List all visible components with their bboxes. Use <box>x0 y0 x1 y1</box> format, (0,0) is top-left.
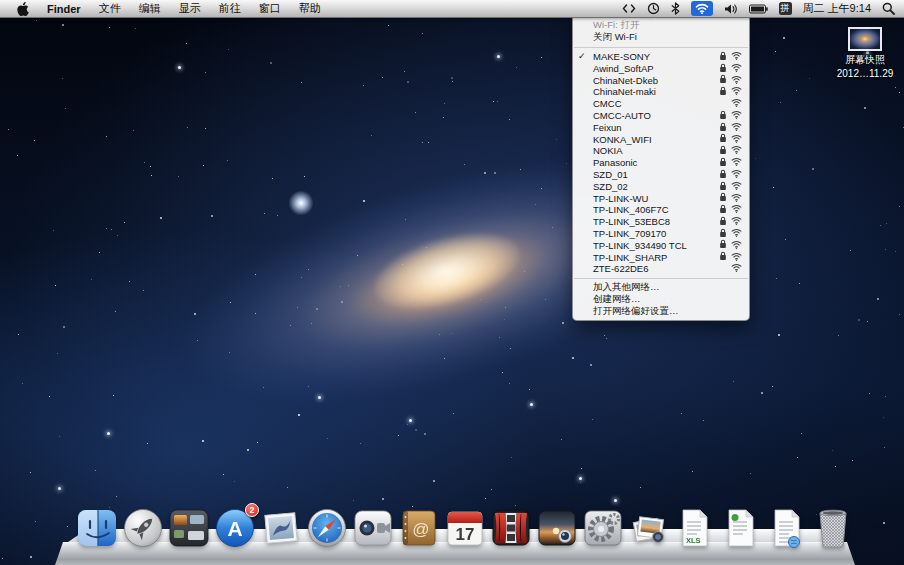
wifi-menu-action[interactable]: 打开网络偏好设置… <box>573 305 749 317</box>
signal-icon <box>731 252 742 263</box>
checkmark-icon: ✓ <box>578 52 586 61</box>
menu-bar-right: 拼 周二 上午9:14 <box>622 0 904 17</box>
dock-item-safari[interactable] <box>306 507 348 549</box>
input-method-icon[interactable]: 拼 <box>779 2 792 15</box>
app-menu-finder[interactable]: Finder <box>38 0 90 17</box>
wifi-network-item[interactable]: ✓MAKE-SONY <box>573 51 749 63</box>
dock-item-green-doc-stack[interactable] <box>720 507 762 549</box>
lock-icon <box>719 157 727 169</box>
menu-显示[interactable]: 显示 <box>170 0 210 17</box>
lock-icon <box>719 110 727 122</box>
signal-icon <box>731 98 742 109</box>
dock-item-facetime[interactable] <box>352 507 394 549</box>
menu-编辑[interactable]: 编辑 <box>130 0 170 17</box>
menu-帮助[interactable]: 帮助 <box>290 0 330 17</box>
wifi-network-item[interactable]: ChinaNet-Dkeb <box>573 74 749 86</box>
menu-文件[interactable]: 文件 <box>90 0 130 17</box>
wifi-menu-action[interactable]: 加入其他网络… <box>573 282 749 294</box>
signal-icon <box>731 169 742 180</box>
volume-icon[interactable] <box>724 3 738 15</box>
bluetooth-icon[interactable] <box>671 2 680 15</box>
wifi-turn-off-item[interactable]: 关闭 Wi-Fi <box>573 32 749 44</box>
photo-booth-icon <box>490 507 532 549</box>
wifi-icon[interactable] <box>691 1 713 16</box>
file-label-line1: 屏幕快照 <box>826 54 904 65</box>
launchpad-icon <box>122 507 164 549</box>
address-book-icon: @ <box>398 507 440 549</box>
apple-menu[interactable] <box>8 0 38 17</box>
wifi-network-item[interactable]: ChinaNet-maki <box>573 86 749 98</box>
wifi-network-item[interactable]: CMCC-AUTO <box>573 110 749 122</box>
dock-item-finder[interactable] <box>76 507 118 549</box>
lock-icon <box>719 63 727 75</box>
xls-stack-icon: XLS <box>674 507 716 549</box>
signal-icon <box>731 122 742 133</box>
signal-icon <box>731 86 742 97</box>
wifi-network-item[interactable]: TP-LINK-WU <box>573 192 749 204</box>
wifi-network-item[interactable]: ZTE-622DE6 <box>573 263 749 275</box>
safari-icon <box>306 507 348 549</box>
wifi-network-item[interactable]: SZD_01 <box>573 169 749 181</box>
wifi-network-item[interactable]: TP-LINK_53EBC8 <box>573 216 749 228</box>
signal-icon <box>731 63 742 74</box>
dock-item-text-doc-stack[interactable] <box>766 507 808 549</box>
wifi-network-item[interactable]: CMCC <box>573 98 749 110</box>
dock-item-system-preferences[interactable] <box>582 507 624 549</box>
network-name: TP-LINK-WU <box>593 193 648 204</box>
svg-text:@: @ <box>412 520 429 539</box>
dock-item-xls-stack[interactable]: XLS <box>674 507 716 549</box>
wifi-network-item[interactable]: Feixun <box>573 121 749 133</box>
menu-bar-clock[interactable]: 周二 上午9:14 <box>803 1 871 16</box>
wifi-network-item[interactable]: NOKIA <box>573 145 749 157</box>
menu-前往[interactable]: 前往 <box>210 0 250 17</box>
wifi-network-item[interactable]: TP-LINK_SHARP <box>573 251 749 263</box>
network-name: NOKIA <box>593 145 623 156</box>
switch-arrows-icon[interactable] <box>622 3 636 14</box>
time-machine-icon[interactable] <box>647 2 660 15</box>
text-doc-stack-icon <box>766 507 808 549</box>
desktop-file-screenshot[interactable]: 屏幕快照 2012…11.29 <box>826 27 904 79</box>
dock-item-app-store[interactable]: A2 <box>214 507 256 549</box>
menu-窗口[interactable]: 窗口 <box>250 0 290 17</box>
dock-item-address-book[interactable]: @ <box>398 507 440 549</box>
wifi-network-item[interactable]: TP-LINK_709170 <box>573 228 749 240</box>
wifi-network-item[interactable]: SZD_02 <box>573 180 749 192</box>
desktop: { "menu_bar": { "app_name": "Finder", "m… <box>0 0 904 565</box>
lock-icon <box>719 228 727 240</box>
signal-icon <box>731 193 742 204</box>
dock-item-ical[interactable]: 17 <box>444 507 486 549</box>
dock-item-photo-booth[interactable] <box>490 507 532 549</box>
dock-item-iphoto[interactable] <box>536 507 578 549</box>
spotlight-icon[interactable] <box>882 2 895 15</box>
notification-badge: 2 <box>245 503 259 517</box>
signal-icon <box>731 145 742 156</box>
wifi-network-item[interactable]: TP-LINK_406F7C <box>573 204 749 216</box>
dock-item-photos-stack[interactable] <box>628 507 670 549</box>
wifi-network-item[interactable]: Awind_SoftAP <box>573 62 749 74</box>
signal-icon <box>731 216 742 227</box>
network-name: Awind_SoftAP <box>593 63 654 74</box>
facetime-icon <box>352 507 394 549</box>
dock-item-mail[interactable] <box>260 507 302 549</box>
wifi-menu-action[interactable]: 创建网络… <box>573 294 749 306</box>
wifi-network-item[interactable]: KONKA_WIFI <box>573 133 749 145</box>
network-name: ChinaNet-maki <box>593 86 656 97</box>
signal-icon <box>731 263 742 274</box>
wifi-network-item[interactable]: TP-LINK_934490 TCL <box>573 239 749 251</box>
network-name: TP-LINK_53EBC8 <box>593 216 670 227</box>
lock-icon <box>719 181 727 193</box>
menu-bar-menus: 文件编辑显示前往窗口帮助 <box>90 0 330 17</box>
dock-item-trash[interactable] <box>812 503 854 549</box>
signal-icon <box>731 75 742 86</box>
battery-icon[interactable] <box>749 4 768 14</box>
mail-icon <box>260 507 302 549</box>
svg-text:A: A <box>227 517 242 540</box>
lock-icon <box>719 133 727 145</box>
dock-item-launchpad[interactable] <box>122 507 164 549</box>
iphoto-icon <box>536 507 578 549</box>
lock-icon <box>719 122 727 134</box>
signal-icon <box>731 228 742 239</box>
dock-item-mission-control[interactable] <box>168 507 210 549</box>
svg-text:17: 17 <box>456 525 475 544</box>
wifi-network-item[interactable]: Panasonic <box>573 157 749 169</box>
